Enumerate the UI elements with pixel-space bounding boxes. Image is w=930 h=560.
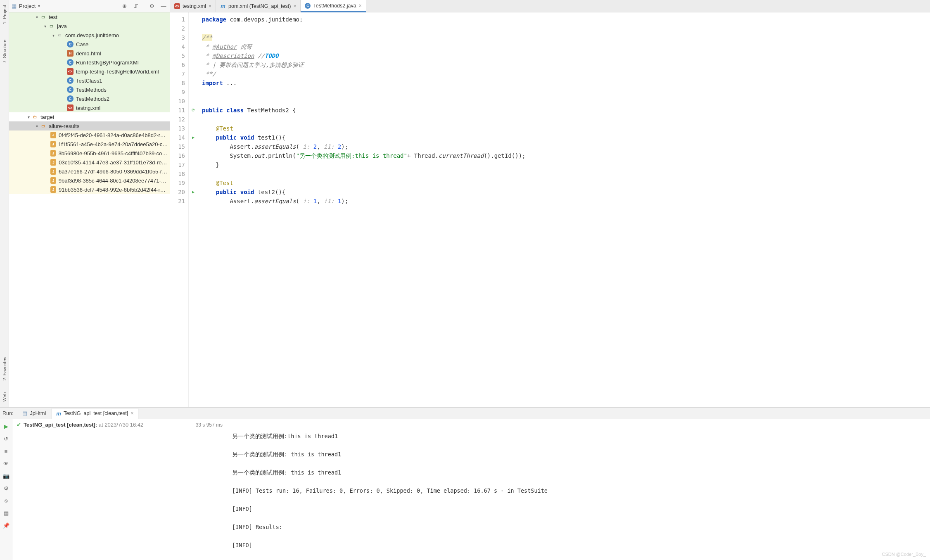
camera-icon[interactable]: 📷 (2, 472, 10, 479)
run-panel-tabs: Run: ▤ JpHtml m TestNG_api_test [clean,t… (0, 408, 930, 419)
tree-folder-java[interactable]: ▾🗀java (9, 21, 170, 31)
rerun-failed-icon[interactable]: ↺ (2, 435, 10, 442)
editor-tab-testng-xml[interactable]: <> testng.xml × (170, 0, 216, 12)
tree-file-result-5[interactable]: J6a37e166-27df-49b6-8050-9369dd41f055-re… (9, 167, 170, 176)
run-tab-testng[interactable]: m TestNG_api_test [clean,test] × (52, 408, 138, 419)
tree-file-result-1[interactable]: J0f4f2f45-de20-4961-824a-d0ac86e4b8d2-re… (9, 131, 170, 140)
tree-file-result-4[interactable]: J03c10f35-4114-47e3-ae37-31ff10f1e73d-re… (9, 158, 170, 167)
maven-icon: m (56, 411, 61, 417)
tree-file-temp-xml[interactable]: <>temp-testng-TestNgHelloWorld.xml (9, 67, 170, 76)
tree-file-testmethods[interactable]: CTestMethods (9, 85, 170, 94)
tree-file-testclass1[interactable]: CTestClass1 (9, 76, 170, 85)
close-icon[interactable]: × (209, 3, 211, 9)
hide-icon[interactable]: — (160, 2, 167, 10)
editor-body[interactable]: 1 2 3 4 5 6 7 8 9 10 11 12 13 14 15 16 1 (170, 12, 930, 407)
pin-icon[interactable]: 📌 (2, 522, 10, 529)
xml-icon: <> (174, 3, 180, 9)
rerun-icon[interactable]: ▶ (2, 422, 10, 430)
maven-icon: m (220, 3, 226, 9)
editor-tab-pom-xml[interactable]: m pom.xml (TestNG_api_test) × (216, 0, 301, 12)
class-icon: C (305, 3, 311, 9)
run-gutter: ⟳ ▶ ▶ (189, 12, 198, 407)
project-icon: ▦ (12, 3, 17, 9)
tree-file-runtestng[interactable]: CRunTestNgByProgramXMl (9, 58, 170, 67)
project-tree[interactable]: ▾🗀test ▾🗀java ▾▭com.devops.junitdemo CCa… (9, 12, 170, 407)
tree-folder-target[interactable]: ▾🗀target (9, 112, 170, 121)
tree-folder-test[interactable]: ▾🗀test (9, 12, 170, 21)
stop-icon[interactable]: ■ (2, 447, 10, 455)
editor-tab-testmethods2[interactable]: C TestMethods2.java × (301, 0, 366, 12)
tree-folder-allure[interactable]: ▾🗀allure-results (9, 121, 170, 131)
expand-icon[interactable]: ⇵ (132, 2, 140, 10)
tool-tab-favorites[interactable]: 2: Favorites (2, 355, 7, 382)
left-tool-strip: 1: Project 7: Structure 2: Favorites Web (0, 0, 9, 407)
locate-icon[interactable]: ⊕ (121, 2, 128, 10)
run-tab-jphtml[interactable]: ▤ JpHtml (18, 408, 50, 419)
tree-file-result-7[interactable]: J91bb3536-dcf7-4548-992e-8bf5b2d42f44-re… (9, 185, 170, 194)
tool-tab-project[interactable]: 1: Project (2, 3, 7, 26)
layout-icon[interactable]: ▦ (2, 509, 10, 517)
file-icon: ▤ (22, 410, 27, 416)
tree-file-result-6[interactable]: J9baf3d98-385c-4644-80c1-d4208ee77471-re… (9, 176, 170, 185)
close-icon[interactable]: × (293, 3, 296, 9)
test-duration: 33 s 957 ms (196, 422, 223, 428)
project-title: Project (19, 3, 36, 9)
tool-tab-structure[interactable]: 7: Structure (2, 38, 7, 65)
project-dropdown-icon[interactable]: ▾ (38, 4, 40, 8)
tree-file-demo-html[interactable]: Hdemo.html (9, 49, 170, 58)
tool-tab-web[interactable]: Web (2, 391, 7, 403)
checkmark-icon: ✔ (17, 422, 21, 428)
code-content[interactable]: package com.devops.junitdemo; /** * @Aut… (198, 12, 526, 407)
tree-package[interactable]: ▾▭com.devops.junitdemo (9, 31, 170, 40)
run-label: Run: (2, 411, 13, 416)
tree-file-testmethods2[interactable]: CTestMethods2 (9, 94, 170, 103)
project-panel: ▦ Project ▾ ⊕ ⇵ ⚙ — ▾🗀test ▾🗀java ▾▭com.… (9, 0, 170, 407)
line-number-gutter: 1 2 3 4 5 6 7 8 9 10 11 12 13 14 15 16 1 (170, 12, 189, 407)
tree-file-testng-xml[interactable]: <>testng.xml (9, 103, 170, 112)
settings-icon[interactable]: ⚙ (2, 484, 10, 492)
tree-file-result-2[interactable]: J1f1f5561-a45e-4b2a-9e74-20a7ddee5a20-co… (9, 140, 170, 149)
exit-icon[interactable]: ⎋ (2, 497, 10, 504)
test-results-tree[interactable]: ✔ TestNG_api_test [clean,test]: at 2023/… (12, 419, 227, 560)
run-panel: Run: ▤ JpHtml m TestNG_api_test [clean,t… (0, 407, 930, 560)
editor-area: <> testng.xml × m pom.xml (TestNG_api_te… (170, 0, 930, 407)
test-root-row[interactable]: ✔ TestNG_api_test [clean,test]: at 2023/… (17, 422, 223, 428)
run-test1-icon[interactable]: ▶ (189, 133, 198, 142)
run-class-icon[interactable]: ⟳ (189, 106, 198, 115)
tree-file-case[interactable]: CCase (9, 40, 170, 49)
editor-tabs: <> testng.xml × m pom.xml (TestNG_api_te… (170, 0, 930, 12)
close-icon[interactable]: × (359, 3, 362, 9)
project-panel-header: ▦ Project ▾ ⊕ ⇵ ⚙ — (9, 0, 170, 12)
close-icon[interactable]: × (130, 411, 133, 416)
console-output[interactable]: 另一个类的测试用例:this is thread1 另一个类的测试用例: thi… (227, 419, 930, 560)
run-toolbar: ▶ ↺ ■ 👁 📷 ⚙ ⎋ ▦ 📌 (0, 419, 12, 560)
watch-icon[interactable]: 👁 (2, 460, 10, 467)
run-test2-icon[interactable]: ▶ (189, 187, 198, 197)
gear-icon[interactable]: ⚙ (148, 2, 156, 10)
tree-file-result-3[interactable]: J3b56980e-955b-4961-9635-c4ffff407b39-co… (9, 149, 170, 158)
